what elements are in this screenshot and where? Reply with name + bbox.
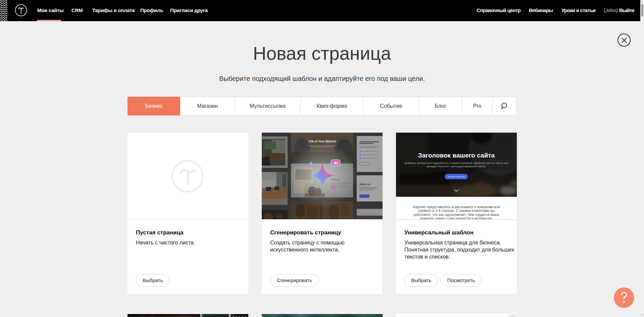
svg-text:AI: AI [334, 161, 338, 166]
svg-text:Title of Your Website: Title of Your Website [308, 140, 336, 143]
svg-text:About us: About us [359, 183, 370, 186]
